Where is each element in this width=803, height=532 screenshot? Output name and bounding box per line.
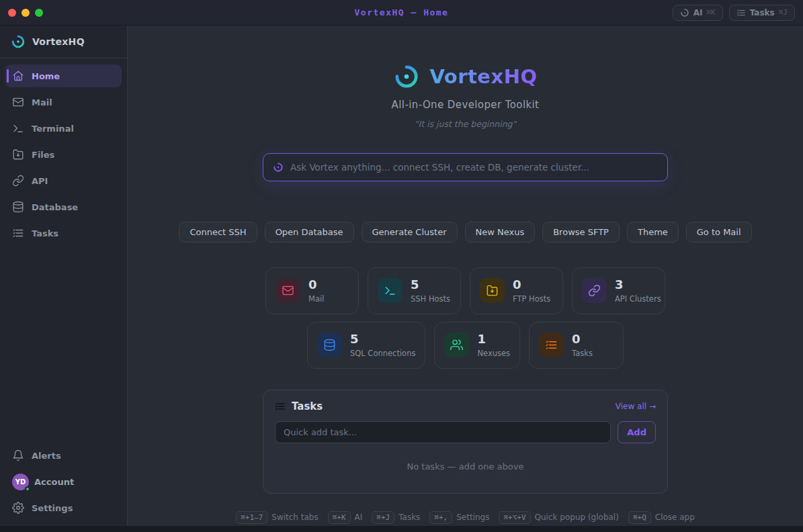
stat-label: FTP Hosts (513, 294, 550, 304)
kbd-settings: ⌘+, (429, 511, 452, 524)
home-icon (12, 70, 24, 82)
link-icon (12, 175, 24, 187)
spinner-icon (680, 8, 689, 17)
brand-name: VortexHQ (32, 36, 85, 47)
stat-label: SQL Connections (350, 349, 415, 358)
sidebar-item-label: Database (32, 202, 78, 212)
sidebar: VortexHQ Home Mail (0, 26, 128, 526)
mail-icon (276, 278, 300, 303)
sidebar-item-label: API (32, 176, 48, 186)
go-to-mail-button[interactable]: Go to Mail (686, 222, 752, 242)
stat-card-tasks[interactable]: 0 Tasks (529, 322, 624, 369)
sidebar-bottom: Alerts YD Account Settings (0, 444, 127, 526)
tasks-button-shortcut: ⌘J (779, 8, 788, 17)
zoom-window-button[interactable] (35, 9, 43, 17)
traffic-lights (8, 9, 43, 17)
view-all-link[interactable]: View all → (616, 402, 656, 411)
folder-down-icon (480, 278, 505, 303)
minimize-window-button[interactable] (22, 9, 30, 17)
close-window-button[interactable] (8, 9, 16, 17)
sidebar-item-home[interactable]: Home (5, 64, 122, 87)
theme-button[interactable]: Theme (627, 222, 679, 242)
spinner-icon (273, 162, 284, 173)
open-database-button[interactable]: Open Database (265, 222, 354, 242)
tasks-button[interactable]: Tasks ⌘J (729, 5, 795, 21)
kbd-label: Settings (456, 513, 489, 522)
sidebar-item-label: Alerts (32, 451, 61, 461)
stat-card-ftp-hosts[interactable]: 0 FTP Hosts (470, 267, 563, 314)
tasks-button-label: Tasks (750, 8, 775, 17)
stats-row-1: 0 Mail 5 SSH Hosts 0 FTP Host (265, 267, 665, 314)
users-icon (444, 332, 469, 357)
sidebar-item-api[interactable]: API (5, 169, 122, 192)
stat-card-ssh-hosts[interactable]: 5 SSH Hosts (368, 267, 461, 314)
sidebar-item-files[interactable]: Files (5, 143, 122, 166)
folder-down-icon (12, 148, 24, 161)
kbd-ai: ⌘+K (328, 511, 351, 524)
kbd-tasks: ⌘+J (372, 511, 394, 524)
gear-icon (12, 502, 24, 514)
kbd-label: Quick popup (global) (535, 513, 619, 522)
sidebar-item-terminal[interactable]: Terminal (5, 117, 122, 140)
sidebar-item-mail[interactable]: Mail (5, 91, 122, 114)
stat-value: 0 (572, 332, 593, 346)
stat-card-api-clusters[interactable]: 3 API Clusters (572, 267, 665, 314)
kbd-label: Switch tabs (271, 513, 318, 522)
stat-card-sql-connections[interactable]: 5 SQL Connections (307, 322, 425, 369)
window-bottom-edge (0, 526, 803, 532)
sidebar-item-label: Files (32, 150, 54, 160)
stat-label: API Clusters (615, 294, 661, 304)
sidebar-item-settings[interactable]: Settings (5, 496, 122, 519)
database-icon (12, 201, 24, 213)
stat-label: Mail (308, 294, 324, 304)
list-icon (12, 227, 24, 239)
titlebar: VortexHQ — Home AI ⌘K Tasks ⌘J (0, 0, 803, 26)
stat-value: 5 (350, 332, 415, 346)
link-icon (582, 278, 607, 303)
stats-row-2: 5 SQL Connections 1 Nexuses 0 (307, 322, 624, 369)
tagline-quote: "It is just the beginning" (415, 119, 517, 129)
kbd-quick-popup: ⌘+⌥+V (499, 511, 530, 524)
quick-add-task-input[interactable] (275, 421, 611, 443)
sidebar-item-label: Home (32, 71, 60, 81)
app-subtitle: All-in-One Developer Toolkit (392, 99, 540, 111)
sidebar-item-label: Mail (32, 97, 52, 107)
ai-button[interactable]: AI ⌘K (673, 5, 723, 21)
sidebar-item-label: Tasks (32, 228, 58, 238)
stat-value: 0 (513, 278, 550, 292)
app-window: VortexHQ — Home AI ⌘K Tasks ⌘J (0, 0, 803, 532)
tasks-panel-title: Tasks (292, 400, 323, 412)
mail-icon (12, 96, 24, 108)
vortex-logo-icon (11, 34, 26, 49)
kbd-close-app: ⌘+Q (628, 511, 651, 524)
command-searchbar[interactable] (263, 153, 668, 181)
stat-label: Nexuses (477, 349, 510, 358)
generate-cluster-button[interactable]: Generate Cluster (362, 222, 458, 242)
sidebar-item-database[interactable]: Database (5, 195, 122, 218)
list-icon (275, 401, 286, 412)
tasks-panel: Tasks View all → Add No tasks — add one … (263, 390, 668, 494)
stat-card-nexuses[interactable]: 1 Nexuses (434, 322, 520, 369)
list-icon (736, 8, 746, 17)
new-nexus-button[interactable]: New Nexus (465, 222, 536, 242)
sidebar-item-alerts[interactable]: Alerts (5, 444, 122, 467)
sidebar-item-account[interactable]: YD Account (5, 470, 122, 493)
bell-icon (12, 449, 24, 461)
avatar-initials: YD (15, 478, 26, 486)
sidebar-item-tasks[interactable]: Tasks (5, 222, 122, 245)
connect-ssh-button[interactable]: Connect SSH (179, 222, 257, 242)
stat-label: SSH Hosts (411, 294, 450, 304)
titlebar-actions: AI ⌘K Tasks ⌘J (673, 5, 795, 21)
hero: VortexHQ (393, 63, 537, 90)
command-input[interactable] (290, 162, 658, 173)
add-task-button[interactable]: Add (618, 421, 656, 443)
sidebar-brand: VortexHQ (0, 26, 127, 58)
list-icon (539, 332, 564, 357)
stat-card-mail[interactable]: 0 Mail (265, 267, 359, 314)
terminal-icon (12, 122, 24, 134)
sidebar-item-label: Terminal (32, 124, 74, 134)
stat-value: 0 (308, 278, 324, 292)
browse-sftp-button[interactable]: Browse SFTP (542, 222, 620, 242)
ai-button-shortcut: ⌘K (706, 8, 715, 17)
online-status-dot (25, 486, 30, 492)
